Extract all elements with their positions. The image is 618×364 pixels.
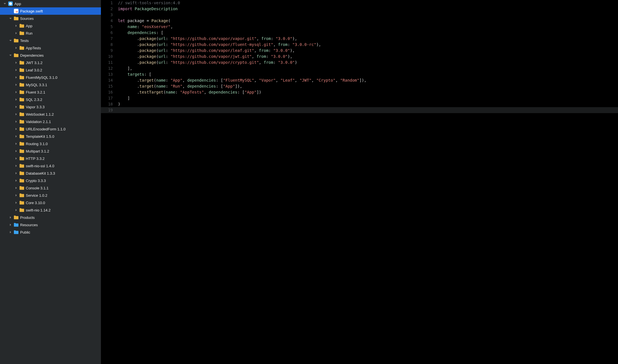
tree-item[interactable]: swift-nio 1.14.2 — [0, 206, 101, 214]
tree-item[interactable]: swift-nio-ssl 1.4.0 — [0, 162, 101, 170]
tree-item[interactable]: Multipart 3.1.2 — [0, 147, 101, 155]
line-content[interactable]: // swift-tools-version:4.0 — [118, 0, 180, 6]
file-navigator[interactable]: AppPackage.swiftSourcesAppRunTestsAppTes… — [0, 0, 101, 364]
tree-item[interactable]: Validation 2.1.1 — [0, 118, 101, 125]
disclosure-right-icon[interactable] — [14, 127, 18, 131]
tree-item[interactable]: HTTP 3.3.2 — [0, 155, 101, 162]
disclosure-right-icon[interactable] — [14, 179, 18, 183]
code-line[interactable]: 19 — [101, 107, 618, 113]
disclosure-down-icon[interactable] — [9, 16, 12, 20]
disclosure-down-icon[interactable] — [9, 39, 12, 43]
line-content[interactable]: .target(name: "App", dependencies: ["Flu… — [118, 77, 367, 83]
tree-item[interactable]: App — [0, 22, 101, 29]
code-line[interactable]: 15 .target(name: "Run", dependencies: ["… — [101, 83, 618, 89]
tree-item[interactable]: Crypto 3.3.3 — [0, 177, 101, 184]
code-line[interactable]: 10 .package(url: "https://github.com/vap… — [101, 54, 618, 60]
line-content[interactable]: .package(url: "https://github.com/vapor/… — [118, 48, 295, 54]
tree-item[interactable]: TemplateKit 1.5.0 — [0, 133, 101, 140]
disclosure-right-icon[interactable] — [14, 98, 18, 101]
disclosure-right-icon[interactable] — [14, 134, 18, 138]
disclosure-right-icon[interactable] — [14, 112, 18, 116]
line-content[interactable]: dependencies: [ — [118, 30, 163, 36]
disclosure-right-icon[interactable] — [14, 90, 18, 94]
code-line[interactable]: 13 targets: [ — [101, 71, 618, 77]
code-line[interactable]: 6 dependencies: [ — [101, 30, 618, 36]
line-content[interactable]: name: "eosXserver", — [118, 24, 173, 30]
tree-item[interactable]: Resources — [0, 221, 101, 228]
code-line[interactable]: 11 .package(url: "https://github.com/vap… — [101, 60, 618, 65]
disclosure-down-icon[interactable] — [9, 53, 12, 57]
code-line[interactable]: 17 ] — [101, 95, 618, 101]
line-content[interactable]: ] — [118, 95, 130, 101]
code-line[interactable]: 9 .package(url: "https://github.com/vapo… — [101, 48, 618, 54]
tree-item[interactable]: Service 1.0.2 — [0, 192, 101, 199]
disclosure-right-icon[interactable] — [14, 171, 18, 175]
line-content[interactable]: ], — [118, 65, 132, 71]
code-line[interactable]: 18) — [101, 101, 618, 107]
tree-item[interactable]: App — [0, 0, 101, 7]
disclosure-right-icon[interactable] — [14, 156, 18, 160]
disclosure-right-icon[interactable] — [14, 193, 18, 197]
disclosure-right-icon[interactable] — [14, 46, 18, 50]
line-content[interactable]: .package(url: "https://github.com/vapor/… — [118, 60, 297, 65]
line-content[interactable]: let package = Package( — [118, 18, 170, 24]
tree-item[interactable]: Run — [0, 29, 101, 37]
code-line[interactable]: 2import PackageDescription — [101, 6, 618, 12]
tree-item[interactable]: Products — [0, 214, 101, 221]
tree-item[interactable]: Fluent 3.2.1 — [0, 88, 101, 96]
tree-item[interactable]: Console 3.1.1 — [0, 184, 101, 192]
code-line[interactable]: 8 .package(url: "https://github.com/vapo… — [101, 42, 618, 48]
code-editor[interactable]: 1// swift-tools-version:4.02import Packa… — [101, 0, 618, 364]
disclosure-right-icon[interactable] — [14, 164, 18, 168]
disclosure-right-icon[interactable] — [14, 68, 18, 72]
code-line[interactable]: 16 .testTarget(name: "AppTests", depende… — [101, 89, 618, 95]
disclosure-right-icon[interactable] — [14, 149, 18, 153]
tree-item[interactable]: Dependencies — [0, 52, 101, 59]
tree-item[interactable]: Tests — [0, 37, 101, 44]
line-content[interactable]: .package(url: "https://github.com/vapor/… — [118, 42, 321, 48]
tree-item[interactable]: AppTests — [0, 44, 101, 52]
disclosure-right-icon[interactable] — [14, 83, 18, 87]
tree-item[interactable]: Package.swift — [0, 7, 101, 15]
tree-item[interactable]: MySQL 3.3.1 — [0, 81, 101, 88]
disclosure-right-icon[interactable] — [9, 215, 12, 219]
line-content[interactable]: .testTarget(name: "AppTests", dependenci… — [118, 89, 261, 95]
tree-item[interactable]: JWT 3.1.2 — [0, 59, 101, 66]
line-content[interactable]: import PackageDescription — [118, 6, 178, 12]
code-line[interactable]: 12 ], — [101, 65, 618, 71]
line-content[interactable]: ) — [118, 101, 120, 107]
tree-item[interactable]: Vapor 3.3.3 — [0, 103, 101, 111]
disclosure-right-icon[interactable] — [14, 208, 18, 212]
disclosure-right-icon[interactable] — [14, 75, 18, 79]
disclosure-right-icon[interactable] — [9, 230, 12, 234]
code-line[interactable]: 4let package = Package( — [101, 18, 618, 24]
tree-item[interactable]: Leaf 3.0.2 — [0, 66, 101, 74]
tree-item[interactable]: FluentMySQL 3.1.0 — [0, 74, 101, 81]
line-content[interactable]: .target(name: "Run", dependencies: ["App… — [118, 83, 242, 89]
disclosure-right-icon[interactable] — [14, 186, 18, 190]
tree-item[interactable]: DatabaseKit 1.3.3 — [0, 170, 101, 177]
tree-item[interactable]: Core 3.10.0 — [0, 199, 101, 206]
tree-item[interactable]: Routing 3.1.0 — [0, 140, 101, 147]
disclosure-right-icon[interactable] — [14, 120, 18, 124]
disclosure-right-icon[interactable] — [14, 201, 18, 205]
disclosure-right-icon[interactable] — [14, 31, 18, 35]
line-content[interactable]: .package(url: "https://github.com/vapor/… — [118, 54, 292, 60]
disclosure-right-icon[interactable] — [14, 105, 18, 109]
disclosure-right-icon[interactable] — [14, 24, 18, 28]
disclosure-right-icon[interactable] — [9, 223, 12, 227]
disclosure-down-icon[interactable] — [3, 2, 7, 6]
code-line[interactable]: 7 .package(url: "https://github.com/vapo… — [101, 36, 618, 42]
code-line[interactable]: 3 — [101, 12, 618, 18]
tree-item[interactable]: Public — [0, 228, 101, 236]
disclosure-right-icon[interactable] — [14, 142, 18, 146]
code-line[interactable]: 14 .target(name: "App", dependencies: ["… — [101, 77, 618, 83]
tree-item[interactable]: Sources — [0, 15, 101, 22]
disclosure-right-icon[interactable] — [14, 61, 18, 65]
code-line[interactable]: 5 name: "eosXserver", — [101, 24, 618, 30]
tree-item[interactable]: WebSocket 1.1.2 — [0, 111, 101, 118]
code-line[interactable]: 1// swift-tools-version:4.0 — [101, 0, 618, 6]
tree-item[interactable]: URLEncodedForm 1.1.0 — [0, 125, 101, 133]
tree-item[interactable]: SQL 2.3.2 — [0, 96, 101, 103]
line-content[interactable]: targets: [ — [118, 71, 151, 77]
